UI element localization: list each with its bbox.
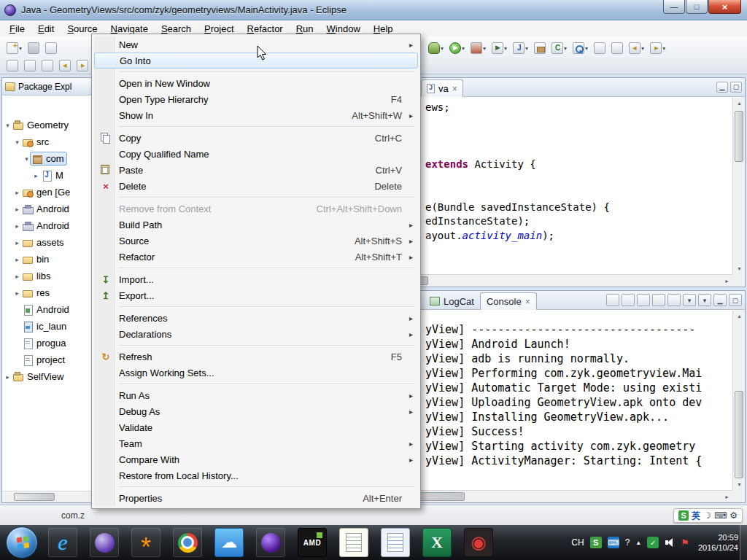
console-vertical-scrollbar[interactable] xyxy=(732,311,745,490)
menu-item-debug-as[interactable]: Debug As▸ xyxy=(94,403,418,419)
toolbar-button-last-edit-location[interactable] xyxy=(39,58,55,74)
tray-sogou-tray[interactable]: S xyxy=(590,537,602,548)
toolbar-button-new-java-project[interactable]: ▾ xyxy=(511,40,530,56)
menu-item-new[interactable]: New▸ xyxy=(94,36,418,52)
toolbar-button-search[interactable]: ▾ xyxy=(570,40,590,56)
taskbar-icon-purple-orb[interactable] xyxy=(90,528,119,557)
expanded-arrow-icon[interactable]: ▾ xyxy=(4,122,12,129)
menu-item-delete[interactable]: ×DeleteDelete xyxy=(94,178,418,194)
tree-item-com[interactable]: ▾com xyxy=(2,150,93,167)
taskbar-icon-violet-orb[interactable] xyxy=(256,528,285,557)
taskbar-icon-internet-explorer[interactable]: e xyxy=(48,528,77,557)
tray-ime-ch[interactable]: CH xyxy=(571,537,584,548)
editor-vertical-scrollbar[interactable] xyxy=(732,98,745,274)
ime-sogou-logo[interactable]: S xyxy=(678,510,689,521)
tree-item-res[interactable]: ▸res xyxy=(2,284,93,301)
toolbar-button-external-tools[interactable]: ▾ xyxy=(489,40,509,56)
scroll-up-icon[interactable] xyxy=(733,311,746,322)
taskbar-icon-screen-recorder[interactable]: ◉ xyxy=(464,528,493,557)
toolbar-button-run[interactable]: ▾ xyxy=(447,40,467,56)
scroll-right-icon[interactable] xyxy=(721,491,732,503)
menu-item-assign-working-sets[interactable]: Assign Working Sets... xyxy=(94,365,418,381)
console-tool-show-stdout[interactable] xyxy=(652,294,665,306)
menu-item-refresh[interactable]: ↻RefreshF5 xyxy=(94,349,418,365)
tree-item-android[interactable]: Android xyxy=(2,301,93,318)
menu-item-validate[interactable]: Validate xyxy=(94,419,418,435)
tree-item-selfview[interactable]: ▸SelfView xyxy=(2,368,93,385)
scroll-right-icon[interactable] xyxy=(721,275,732,287)
menu-item-restore-from-local-history[interactable]: Restore from Local History... xyxy=(94,467,418,483)
show-desktop-button[interactable] xyxy=(740,525,747,560)
collapsed-arrow-icon[interactable]: ▸ xyxy=(13,289,21,297)
expanded-arrow-icon[interactable]: ▾ xyxy=(13,139,21,146)
toolbar-button-back-history[interactable] xyxy=(57,58,73,74)
tray-hidden-icons[interactable]: ▲ xyxy=(635,540,641,546)
console-tool-clear-console[interactable] xyxy=(606,294,619,306)
toolbar-button-print[interactable] xyxy=(43,40,59,56)
tray-flag[interactable]: ⚑ xyxy=(681,537,689,548)
tray-security-shield[interactable]: ✓ xyxy=(647,537,659,548)
menubar-item-file[interactable]: File xyxy=(3,22,31,36)
menu-item-build-path[interactable]: Build Path▸ xyxy=(94,217,418,233)
package-explorer-header[interactable]: Package Expl xyxy=(2,78,93,96)
taskbar-icon-chrome[interactable] xyxy=(173,528,202,557)
toolbar-button-back[interactable]: ▾ xyxy=(627,40,646,56)
toolbar-button-save[interactable] xyxy=(26,40,42,56)
menu-item-open-type-hierarchy[interactable]: Open Type HierarchyF4 xyxy=(94,91,418,107)
tree-item-src[interactable]: ▾src xyxy=(2,133,93,150)
menu-item-import[interactable]: ↧Import... xyxy=(94,271,418,287)
close-tab-icon[interactable]: × xyxy=(452,84,457,94)
taskbar-clock[interactable]: 20:59 2016/10/24 xyxy=(698,532,738,553)
tree-item-gen-ge[interactable]: ▸gen [Ge xyxy=(2,184,93,201)
editor-tab-mainactivity[interactable]: va × xyxy=(421,79,463,97)
expanded-arrow-icon[interactable]: ▾ xyxy=(23,155,31,163)
menu-item-compare-with[interactable]: Compare With▸ xyxy=(94,451,418,467)
tree-item-ic-laun[interactable]: ic_laun xyxy=(2,318,93,335)
collapsed-arrow-icon[interactable]: ▸ xyxy=(13,239,21,246)
tray-help-tray[interactable]: ? xyxy=(625,537,630,548)
tree-item-assets[interactable]: ▸assets xyxy=(2,234,93,251)
collapsed-arrow-icon[interactable]: ▸ xyxy=(13,222,21,230)
tree-item-geometry[interactable]: ▾Geometry xyxy=(2,117,93,133)
start-button[interactable] xyxy=(6,526,38,559)
menu-item-source[interactable]: SourceAlt+Shift+S▸ xyxy=(94,233,418,249)
ime-keyboard-icon[interactable]: ⌨ xyxy=(714,510,727,521)
scroll-down-icon[interactable] xyxy=(733,263,746,274)
menu-item-show-in[interactable]: Show InAlt+Shift+W▸ xyxy=(94,107,418,123)
tree-item-project[interactable]: project xyxy=(2,351,93,368)
console-tab-logcat[interactable]: LogCat xyxy=(424,292,480,310)
taskbar-icon-notepad[interactable] xyxy=(339,528,368,557)
toolbar-button-new-class[interactable]: ▾ xyxy=(549,40,569,56)
tree-item-android[interactable]: ▸Android xyxy=(2,217,93,234)
console-tool-maximize-view[interactable]: ▢ xyxy=(729,294,742,306)
menu-item-refactor[interactable]: RefactorAlt+Shift+T▸ xyxy=(94,249,418,265)
collapsed-arrow-icon[interactable]: ▸ xyxy=(13,256,21,263)
title-bar[interactable]: Java - GeometryViews/src/com/zyk/geometr… xyxy=(0,0,747,20)
scrollbar-thumb[interactable] xyxy=(735,111,743,162)
tree-item-m[interactable]: ▸M xyxy=(2,167,93,184)
menu-item-copy[interactable]: CopyCtrl+C xyxy=(94,130,418,146)
scrollbar-thumb[interactable] xyxy=(14,493,55,501)
taskbar-icon-excel[interactable]: X xyxy=(422,528,452,557)
collapsed-arrow-icon[interactable]: ▸ xyxy=(32,172,40,179)
console-tool-minimize-view[interactable]: ▁ xyxy=(713,294,727,306)
menu-item-references[interactable]: References▸ xyxy=(94,310,418,326)
ime-lang-mode[interactable]: 英 xyxy=(692,510,700,522)
toolbar-button-new-package[interactable] xyxy=(532,40,548,56)
menu-item-run-as[interactable]: Run As▸ xyxy=(94,387,418,403)
console-tool-display-selected-console[interactable]: ▾ xyxy=(683,294,696,306)
toolbar-button-forward[interactable]: ▾ xyxy=(648,40,667,56)
taskbar-icon-amd-tool[interactable]: AMD xyxy=(298,528,327,557)
tree-item-libs[interactable]: ▸libs xyxy=(2,268,93,284)
scroll-down-icon[interactable] xyxy=(733,479,746,490)
collapsed-arrow-icon[interactable]: ▸ xyxy=(13,273,21,280)
menu-item-copy-qualified-name[interactable]: Copy Qualified Name xyxy=(94,146,418,162)
console-tab-console[interactable]: Console× xyxy=(480,292,537,310)
collapsed-arrow-icon[interactable]: ▸ xyxy=(13,206,21,213)
toolbar-button-coverage[interactable]: ▾ xyxy=(468,40,488,56)
toolbar-button-save-as[interactable] xyxy=(22,58,38,74)
toolbar-button-annotation-prev[interactable] xyxy=(609,40,625,56)
minimize-view-icon[interactable]: ▁ xyxy=(716,82,728,93)
menu-item-paste[interactable]: PasteCtrl+V xyxy=(94,162,418,178)
tray-keyboard-tray[interactable]: ⌨ xyxy=(608,537,619,548)
